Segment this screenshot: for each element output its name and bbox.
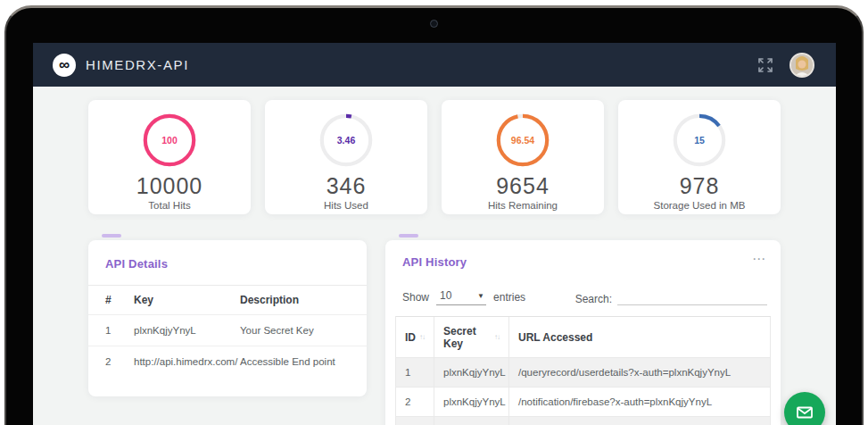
progress-ring: 100	[141, 112, 198, 169]
stat-card-storage-used: 15 978 Storage Used in MB	[618, 100, 781, 214]
ring-percent: 100	[141, 112, 198, 169]
history-header-row: ID↑↓ Secret Key↑↓ URL Accessed	[396, 317, 771, 358]
entries-label: entries	[493, 291, 525, 304]
api-history-title: API History	[402, 255, 467, 269]
stat-card-hits-remaining: 96.54 9654 Hits Remaining	[442, 100, 604, 214]
history-table: ID↑↓ Secret Key↑↓ URL Accessed 1 plxnKq	[395, 316, 771, 425]
stat-label: Hits Remaining	[488, 200, 558, 211]
chevron-down-icon: ▼	[477, 292, 484, 300]
datatable-controls: Show 10 ▼ entries Search:	[395, 288, 771, 305]
cell-index: 2	[105, 356, 134, 367]
table-row-partial	[396, 417, 771, 425]
table-row: 2 http://api.himedrx.com/ Accessible End…	[88, 346, 367, 377]
cell-secret-key: plxnKqjyYnyL	[434, 388, 509, 417]
stat-value: 346	[327, 173, 367, 199]
app-screen: ∞ HIMEDRX-API	[33, 43, 836, 425]
tablet-device: ∞ HIMEDRX-API	[0, 0, 868, 425]
progress-ring: 15	[671, 112, 728, 169]
column-header: #	[105, 294, 134, 306]
entries-select-value: 10	[440, 289, 451, 302]
cell-index: 1	[105, 325, 134, 336]
stat-value: 978	[680, 173, 720, 199]
user-avatar[interactable]	[789, 53, 814, 78]
show-label: Show	[402, 291, 429, 304]
brand[interactable]: ∞ HIMEDRX-API	[53, 54, 189, 77]
search-label: Search:	[575, 293, 612, 305]
panel-accent-dash	[399, 234, 418, 238]
brand-name: HIMEDRX-API	[86, 57, 189, 72]
table-row: 1 plxnKqjyYnyL Your Secret Key	[88, 314, 367, 346]
cell-id: 1	[396, 358, 434, 388]
api-details-panel: API Details # Key Description 1 plxnKqjy…	[88, 240, 367, 396]
entries-select[interactable]: 10 ▼	[436, 288, 486, 305]
stat-card-total-hits: 100 10000 Total Hits	[88, 100, 251, 214]
fullscreen-icon[interactable]	[757, 57, 773, 73]
panel-menu-icon[interactable]: ⋯	[752, 255, 767, 262]
column-header: Key	[134, 294, 240, 306]
column-header: Description	[240, 294, 354, 306]
column-header-url[interactable]: URL Accessed	[509, 317, 771, 358]
progress-ring: 3.46	[318, 112, 375, 169]
details-header-row: # Key Description	[88, 286, 367, 314]
stat-label: Total Hits	[148, 200, 190, 211]
stat-label: Storage Used in MB	[654, 200, 746, 211]
infinity-logo-icon: ∞	[53, 54, 76, 77]
ring-percent: 3.46	[318, 112, 375, 169]
dashboard-content: 100 10000 Total Hits 3.46 346 Hits Used	[33, 87, 836, 425]
column-header-id[interactable]: ID↑↓	[396, 317, 434, 358]
panel-accent-dash	[102, 234, 121, 238]
envelope-icon	[795, 403, 814, 422]
ring-percent: 96.54	[494, 112, 551, 169]
stat-card-hits-used: 3.46 346 Hits Used	[265, 100, 427, 214]
table-row: 2 plxnKqjyYnyL /notification/firebase?x-…	[396, 388, 771, 417]
sort-icon: ↑↓	[494, 333, 500, 341]
stat-value: 10000	[136, 173, 203, 199]
cell-secret-key: plxnKqjyYnyL	[434, 358, 509, 388]
api-details-title: API Details	[105, 257, 168, 271]
progress-ring: 96.54	[494, 112, 551, 169]
top-navbar: ∞ HIMEDRX-API	[33, 43, 836, 87]
stat-label: Hits Used	[324, 200, 368, 211]
camera-dot-icon	[430, 20, 438, 28]
cell-description: Accessible End point	[240, 356, 354, 367]
ring-percent: 15	[671, 112, 728, 169]
api-history-panel: API History ⋯ Show 10 ▼ entries	[385, 240, 781, 425]
cell-url: /queryrecord/userdetails?x-auth=plxnKqjy…	[509, 358, 771, 388]
cell-description: Your Secret Key	[240, 325, 354, 336]
cell-key: http://api.himedrx.com/	[134, 356, 240, 367]
column-header-secret-key[interactable]: Secret Key↑↓	[434, 317, 509, 358]
cell-key: plxnKqjyYnyL	[134, 325, 240, 336]
stat-value: 9654	[496, 173, 550, 199]
search-input[interactable]	[617, 289, 767, 305]
sort-icon: ↑↓	[419, 333, 425, 341]
table-row: 1 plxnKqjyYnyL /queryrecord/userdetails?…	[396, 358, 771, 388]
stat-cards-row: 100 10000 Total Hits 3.46 346 Hits Used	[88, 100, 781, 214]
cell-url: /notification/firebase?x-auth=plxnKqjyYn…	[509, 388, 771, 417]
cell-id: 2	[396, 388, 434, 417]
